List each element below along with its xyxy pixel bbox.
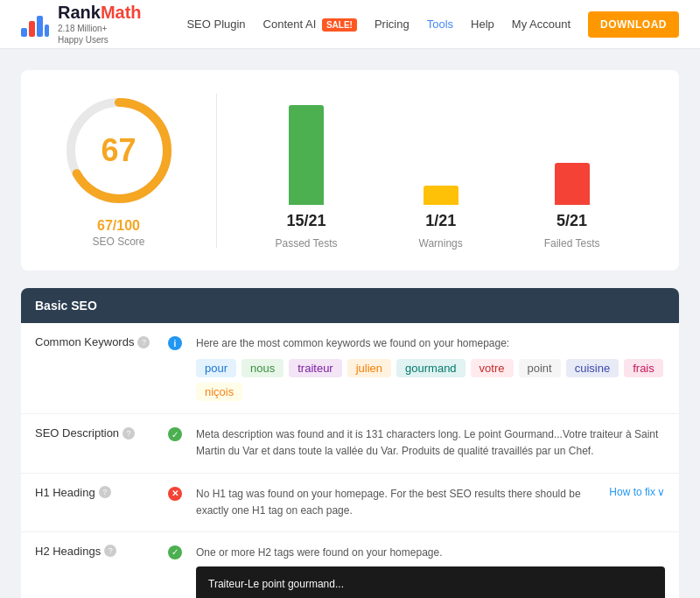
sale-badge: SALE!: [322, 18, 357, 32]
download-button[interactable]: DOWNLOAD: [588, 11, 679, 38]
nav-help[interactable]: Help: [471, 18, 494, 31]
section-title: Basic SEO: [21, 288, 679, 323]
help-icon-h2[interactable]: ?: [104, 545, 116, 557]
bar-warnings-desc: Warnings: [419, 237, 463, 250]
check-icon-seo-desc: ✓: [168, 427, 182, 441]
bar-failed-value: 5/21: [556, 212, 587, 230]
header: RankMath 2.18 Million+ Happy Users SEO P…: [0, 0, 700, 49]
row-seo-description: SEO Description ? ✓ Meta description was…: [21, 414, 679, 473]
bar-failed-bar: [555, 163, 590, 205]
circle-chart: 67: [62, 94, 176, 208]
nav-content-ai[interactable]: Content AI SALE!: [263, 18, 357, 31]
bars-section: 15/21 Passed Tests 1/21 Warnings 5/21 Fa…: [217, 91, 658, 250]
content-h2: One or more H2 tags were found on your h…: [196, 545, 665, 598]
nav-my-account[interactable]: My Account: [512, 18, 570, 31]
svg-rect-1: [29, 21, 35, 37]
tag-frais: frais: [624, 359, 663, 377]
logo-name: RankMath: [58, 3, 142, 23]
bar-warnings: 1/21 Warnings: [419, 100, 463, 250]
error-icon-h1: ✕: [168, 487, 182, 501]
status-icon-seo-desc: ✓: [168, 426, 186, 441]
svg-rect-3: [45, 25, 49, 37]
score-sublabel: SEO Score: [92, 236, 144, 248]
nav-tools[interactable]: Tools: [427, 18, 453, 31]
content-keywords: Here are the most common keywords we fou…: [196, 335, 665, 401]
nav-pricing[interactable]: Pricing: [374, 18, 410, 31]
row-common-keywords: Common Keywords ? i Here are the most co…: [21, 323, 679, 414]
label-common-keywords: Common Keywords ?: [35, 335, 158, 348]
help-icon-seo-desc[interactable]: ?: [122, 427, 135, 440]
h2-box: Traiteur-Le point gourmand... Votre trai…: [196, 566, 665, 598]
row-h2-headings: H2 Headings ? ✓ One or more H2 tags were…: [21, 532, 679, 598]
label-h2: H2 Headings ?: [35, 545, 158, 558]
seo-desc-text: Meta description was found and it is 131…: [196, 426, 665, 460]
score-section: 67 67/100 SEO Score 15/21 Passed Tests 1…: [21, 70, 679, 271]
chevron-down-icon: ∨: [657, 486, 665, 498]
status-icon-keywords: i: [168, 335, 186, 350]
svg-rect-0: [21, 28, 27, 37]
svg-rect-2: [37, 16, 43, 37]
h2-line-2: Votre traiteur à Saint-Martin-du-Var: [208, 594, 653, 598]
tag-pour: pour: [196, 359, 236, 377]
logo-icon: [21, 12, 49, 37]
tag-traiteur: traiteur: [289, 359, 341, 377]
bar-passed-value: 15/21: [287, 212, 326, 230]
tag-nicois: niçois: [196, 383, 242, 401]
bar-warnings-value: 1/21: [425, 212, 456, 230]
tag-julien: julien: [347, 359, 391, 377]
bar-warnings-bar: [424, 186, 458, 205]
score-label: 67/100: [97, 218, 140, 234]
logo-area: RankMath 2.18 Million+ Happy Users: [21, 3, 142, 46]
bar-passed: 15/21 Passed Tests: [275, 100, 337, 250]
row-h1-heading: H1 Heading ? ✕ No H1 tag was found on yo…: [21, 474, 679, 532]
score-number: 67: [101, 132, 136, 169]
help-icon-h1[interactable]: ?: [99, 486, 111, 498]
nav-seo-plugin[interactable]: SEO Plugin: [186, 18, 245, 31]
check-icon-h2: ✓: [168, 545, 182, 559]
status-icon-h2: ✓: [168, 545, 186, 559]
keyword-tags: pour nous traiteur julien gourmand votre…: [196, 359, 665, 401]
keywords-intro: Here are the most common keywords we fou…: [196, 335, 665, 352]
content-seo-desc: Meta description was found and it is 131…: [196, 426, 665, 460]
h1-text: No H1 tag was found on your homepage. Fo…: [196, 486, 590, 519]
bar-failed: 5/21 Failed Tests: [544, 100, 600, 250]
how-to-fix-h1[interactable]: How to fix ∨: [600, 486, 665, 498]
tag-votre: votre: [471, 359, 514, 377]
nav: SEO Plugin Content AI SALE! Pricing Tool…: [186, 11, 679, 38]
logo-tagline: 2.18 Million+ Happy Users: [58, 23, 142, 46]
tag-cuisine: cuisine: [566, 359, 619, 377]
main-content: 67 67/100 SEO Score 15/21 Passed Tests 1…: [0, 49, 700, 598]
label-h1: H1 Heading ?: [35, 486, 158, 499]
bar-passed-bar: [289, 105, 324, 205]
tag-gourmand: gourmand: [396, 359, 466, 377]
tag-nous: nous: [242, 359, 284, 377]
bar-passed-desc: Passed Tests: [275, 237, 337, 250]
content-h1: No H1 tag was found on your homepage. Fo…: [196, 486, 590, 519]
bar-failed-desc: Failed Tests: [544, 237, 600, 250]
h2-line-1: Traiteur-Le point gourmand...: [208, 575, 653, 594]
label-seo-description: SEO Description ?: [35, 426, 158, 440]
tag-point: point: [519, 359, 561, 377]
basic-seo-section: Basic SEO Common Keywords ? i Here are t…: [21, 288, 679, 598]
score-card: 67 67/100 SEO Score: [42, 94, 217, 248]
help-icon-keywords[interactable]: ?: [137, 336, 150, 348]
h2-text: One or more H2 tags were found on your h…: [196, 545, 665, 561]
info-icon: i: [168, 336, 182, 350]
status-icon-h1: ✕: [168, 486, 186, 501]
